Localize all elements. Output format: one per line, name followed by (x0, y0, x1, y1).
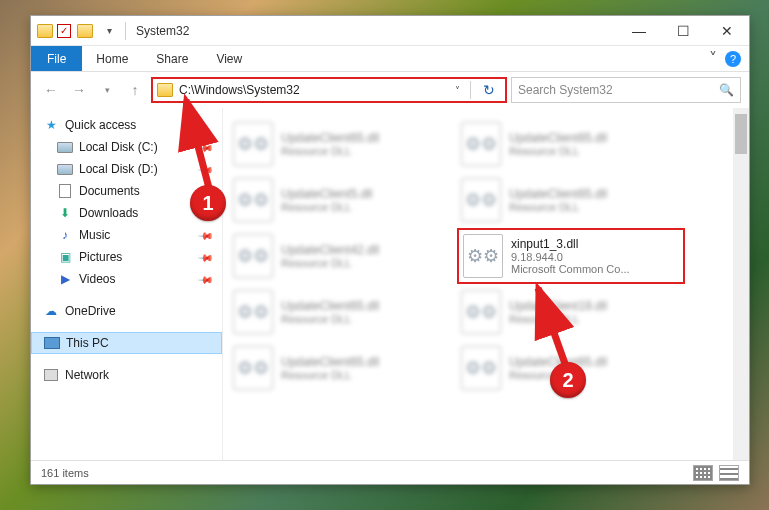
view-large-icons-button[interactable] (693, 465, 713, 481)
sidebar-item-documents[interactable]: Documents 📌 (31, 180, 222, 202)
file-item[interactable]: ⚙⚙UpdateClient65.dllResource DLL (457, 172, 685, 228)
sidebar-item-label: Pictures (79, 250, 122, 264)
sidebar-item-local-disk-c[interactable]: Local Disk (C:) 📌 (31, 136, 222, 158)
search-icon[interactable]: 🔍 (719, 83, 734, 97)
file-item[interactable]: ⚙⚙UpdateClient19.dllResource DLL (457, 284, 685, 340)
sidebar-item-label: Local Disk (C:) (79, 140, 158, 154)
dll-file-icon: ⚙⚙ (461, 178, 501, 222)
sidebar-item-label: Music (79, 228, 110, 242)
music-icon: ♪ (57, 227, 73, 243)
tab-share[interactable]: Share (142, 46, 202, 71)
sidebar-quick-access[interactable]: ★ Quick access (31, 114, 222, 136)
address-path[interactable]: C:\Windows\System32 (179, 83, 451, 97)
dll-file-icon: ⚙⚙ (461, 122, 501, 166)
network-icon (44, 369, 58, 381)
sidebar-label: This PC (66, 336, 109, 350)
back-button[interactable]: ← (39, 78, 63, 102)
file-description: Resource DLL (509, 201, 607, 213)
vertical-scrollbar[interactable] (733, 108, 749, 460)
pin-icon: 📌 (198, 205, 214, 221)
file-name: UpdateClient5.dll (281, 187, 372, 201)
pin-icon: 📌 (198, 271, 214, 287)
pin-icon: 📌 (198, 183, 214, 199)
file-item[interactable]: ⚙⚙UpdateClient65.dllResource DLL (229, 340, 457, 396)
qat-properties-icon[interactable]: ✓ (57, 24, 71, 38)
tab-home[interactable]: Home (82, 46, 142, 71)
recent-dropdown[interactable]: ▾ (95, 78, 119, 102)
sidebar-this-pc[interactable]: This PC (31, 332, 222, 354)
close-button[interactable]: ✕ (705, 17, 749, 45)
file-item[interactable]: ⚙⚙UpdateClient65.dllResource DLL (229, 116, 457, 172)
file-tab[interactable]: File (31, 46, 82, 71)
file-name: UpdateClient65.dll (509, 131, 607, 145)
sidebar-item-music[interactable]: ♪ Music 📌 (31, 224, 222, 246)
document-icon (59, 184, 71, 198)
address-folder-icon (157, 83, 173, 97)
file-name: UpdateClient65.dll (281, 299, 379, 313)
refresh-button[interactable]: ↻ (477, 82, 501, 98)
navbar: ← → ▾ ↑ C:\Windows\System32 ˅ ↻ Search S… (31, 72, 749, 108)
star-icon: ★ (43, 117, 59, 133)
dll-file-icon: ⚙⚙ (463, 234, 503, 278)
up-button[interactable]: ↑ (123, 78, 147, 102)
navigation-pane[interactable]: ★ Quick access Local Disk (C:) 📌 Local D… (31, 108, 223, 460)
sidebar-item-local-disk-d[interactable]: Local Disk (D:) 📌 (31, 158, 222, 180)
maximize-button[interactable]: ☐ (661, 17, 705, 45)
file-item[interactable]: ⚙⚙UpdateClient42.dllResource DLL (229, 228, 457, 284)
file-item[interactable]: ⚙⚙UpdateClient65.dllResource DLL (457, 116, 685, 172)
sidebar-network[interactable]: Network (31, 364, 222, 386)
tab-view[interactable]: View (202, 46, 256, 71)
sidebar-item-label: Videos (79, 272, 115, 286)
window-icon[interactable] (37, 24, 53, 38)
file-view[interactable]: ⚙⚙UpdateClient65.dllResource DLL⚙⚙Update… (223, 108, 749, 460)
file-name: UpdateClient42.dll (281, 243, 379, 257)
file-name: UpdateClient65.dll (509, 355, 607, 369)
ribbon: File Home Share View ˅ ? (31, 46, 749, 72)
file-description: Resource DLL (509, 369, 607, 381)
pin-icon: 📌 (198, 139, 214, 155)
ribbon-expand-icon[interactable]: ˅ (709, 49, 717, 68)
sidebar-item-videos[interactable]: ▶ Videos 📌 (31, 268, 222, 290)
pin-icon: 📌 (198, 227, 214, 243)
sidebar-label: Quick access (65, 118, 136, 132)
disk-icon (57, 164, 73, 175)
pin-icon: 📌 (198, 161, 214, 177)
file-name: UpdateClient19.dll (509, 299, 607, 313)
sidebar-item-pictures[interactable]: ▣ Pictures 📌 (31, 246, 222, 268)
file-item[interactable]: ⚙⚙UpdateClient5.dllResource DLL (229, 172, 457, 228)
file-description: Resource DLL (281, 201, 372, 213)
cloud-icon: ☁ (43, 303, 59, 319)
help-icon[interactable]: ? (725, 51, 741, 67)
dll-file-icon: ⚙⚙ (461, 346, 501, 390)
statusbar: 161 items (31, 460, 749, 484)
qat-customize-icon[interactable]: ▾ (99, 22, 119, 40)
file-name: UpdateClient65.dll (509, 187, 607, 201)
dll-file-icon: ⚙⚙ (461, 290, 501, 334)
sidebar-onedrive[interactable]: ☁ OneDrive (31, 300, 222, 322)
address-bar[interactable]: C:\Windows\System32 ˅ ↻ (151, 77, 507, 103)
file-item[interactable]: ⚙⚙UpdateClient65.dllResource DLL (457, 340, 685, 396)
file-item[interactable]: ⚙⚙UpdateClient65.dllResource DLL (229, 284, 457, 340)
sidebar-item-downloads[interactable]: ⬇ Downloads 📌 (31, 202, 222, 224)
dll-file-icon: ⚙⚙ (233, 290, 273, 334)
address-separator (470, 81, 471, 99)
dll-file-icon: ⚙⚙ (233, 178, 273, 222)
dll-file-icon: ⚙⚙ (233, 346, 273, 390)
file-name: UpdateClient65.dll (281, 355, 379, 369)
view-details-button[interactable] (719, 465, 739, 481)
file-description: Resource DLL (281, 313, 379, 325)
sidebar-item-label: Local Disk (D:) (79, 162, 158, 176)
item-count: 161 items (41, 467, 89, 479)
file-description: 9.18.944.0 (511, 251, 630, 263)
sidebar-label: Network (65, 368, 109, 382)
scrollbar-thumb[interactable] (735, 114, 747, 154)
qat-newfolder-icon[interactable] (75, 22, 95, 40)
address-dropdown-icon[interactable]: ˅ (451, 85, 464, 96)
titlebar: ✓ ▾ System32 — ☐ ✕ (31, 16, 749, 46)
forward-button[interactable]: → (67, 78, 91, 102)
file-item[interactable]: ⚙⚙xinput1_3.dll9.18.944.0Microsoft Commo… (457, 228, 685, 284)
minimize-button[interactable]: — (617, 17, 661, 45)
pc-icon (44, 337, 60, 349)
search-input[interactable]: Search System32 🔍 (511, 77, 741, 103)
search-placeholder: Search System32 (518, 83, 613, 97)
